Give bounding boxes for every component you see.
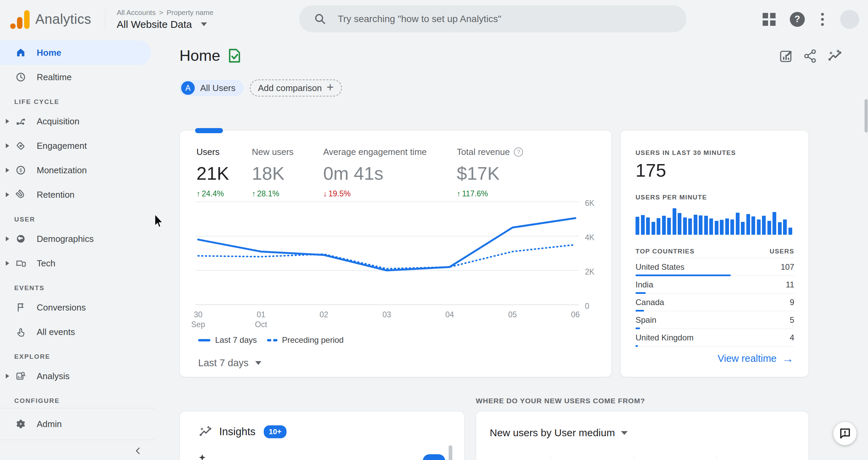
mouse-cursor [155, 214, 166, 230]
svg-text:03: 03 [382, 310, 391, 319]
country-users: 5 [790, 315, 794, 325]
expand-caret-icon[interactable] [0, 119, 15, 124]
sidebar-item-label: Monetization [37, 165, 87, 176]
sidebar-section-explore: EXPLORE [14, 353, 155, 360]
insights-card: Insights 10+ [179, 411, 465, 460]
sidebar-item-tech[interactable]: Tech [0, 251, 155, 276]
date-range-selector[interactable]: Last 7 days [198, 357, 261, 369]
metric-tab-new-users[interactable]: New users18K↑28.1% [252, 147, 294, 198]
arrow-down-icon: ↓ [323, 189, 327, 198]
sidebar-item-retention[interactable]: Retention [0, 182, 155, 207]
apps-grid-icon[interactable] [763, 13, 776, 26]
sidebar-item-demographics[interactable]: Demographics [0, 227, 155, 251]
sidebar-item-home[interactable]: Home [0, 40, 151, 65]
share-icon[interactable] [803, 48, 818, 64]
insights-icon[interactable] [827, 48, 843, 64]
help-icon[interactable]: ? [514, 147, 523, 157]
sidebar-item-all-events[interactable]: All events [0, 320, 155, 344]
page-scrollbar[interactable] [865, 99, 868, 132]
minute-bar [636, 217, 639, 235]
expand-caret-icon[interactable] [0, 192, 15, 197]
breadcrumb[interactable]: All Accounts > Property name [117, 8, 213, 17]
minute-bar [762, 216, 766, 235]
sidebar-item-label: Tech [37, 258, 55, 269]
minute-bar [736, 213, 740, 235]
add-comparison-label: Add comparison [258, 83, 322, 93]
breadcrumb-property[interactable]: Property name [167, 8, 213, 17]
all-users-chip[interactable]: A All Users [179, 80, 244, 96]
insights-header[interactable]: Insights 10+ [199, 425, 287, 439]
sidebar-item-monetization[interactable]: $Monetization [0, 158, 155, 182]
metric-delta: ↑28.1% [252, 189, 294, 198]
country-name: United Kingdom [636, 333, 694, 342]
expand-caret-icon[interactable] [0, 261, 15, 266]
new-users-dimension-selector[interactable]: New users by User medium [490, 427, 628, 439]
metric-tab-average-engagement-time[interactable]: Average engagement time0m 41s↓19.5% [323, 147, 427, 198]
add-comparison-button[interactable]: Add comparison + [250, 79, 342, 96]
expand-caret-icon[interactable] [0, 168, 15, 173]
country-row: Canada9 [636, 294, 794, 311]
users-per-minute-chart [636, 206, 794, 235]
help-icon[interactable]: ? [790, 12, 805, 27]
insights-title: Insights [219, 426, 256, 438]
expand-caret-icon[interactable] [0, 143, 15, 148]
account-avatar[interactable] [840, 10, 859, 29]
plus-icon: + [327, 81, 334, 93]
minute-bar [667, 218, 671, 235]
property-selector[interactable]: All Website Data [117, 19, 213, 30]
sidebar-item-label: Demographics [37, 234, 94, 244]
sidebar-item-label: Retention [37, 190, 74, 200]
sidebar-item-label: Engagement [37, 141, 87, 151]
arrow-right-icon: → [782, 352, 794, 365]
svg-text:Sep: Sep [191, 320, 205, 329]
svg-text:6K: 6K [585, 199, 595, 208]
acquisition-icon [15, 116, 27, 127]
app-name: Analytics [35, 12, 91, 27]
minute-bar [751, 216, 755, 235]
svg-text:02: 02 [319, 310, 328, 319]
retention-icon [15, 189, 27, 200]
sidebar-item-engagement[interactable]: Engagement [0, 134, 155, 158]
svg-text:2K: 2K [585, 267, 595, 276]
chart-gridline [634, 455, 634, 460]
sidebar-item-admin[interactable]: Admin [0, 412, 155, 436]
chevron-down-icon [255, 361, 261, 365]
sidebar-item-label: Admin [37, 419, 62, 429]
expand-caret-icon[interactable] [0, 236, 15, 241]
minute-bar [730, 219, 734, 235]
sidebar-section-events: EVENTS [14, 284, 155, 292]
view-realtime-link[interactable]: View realtime → [717, 352, 794, 365]
country-users: 11 [786, 280, 794, 289]
sidebar-item-analysis[interactable]: Analysis [0, 364, 155, 388]
users-header: USERS [770, 248, 794, 255]
minute-bar [757, 219, 761, 235]
clock-icon [15, 71, 27, 83]
sidebar-divider [0, 408, 155, 408]
insight-action-button[interactable] [423, 454, 445, 460]
realtime-card: USERS IN LAST 30 MINUTES 175 USERS PER M… [620, 130, 809, 377]
sidebar-item-label: All events [37, 327, 75, 337]
country-name: Spain [636, 315, 656, 325]
collapse-sidebar-icon[interactable] [133, 446, 155, 457]
minute-bar [709, 218, 713, 235]
sparkle-icon [197, 454, 207, 460]
arrow-up-icon: ↑ [196, 189, 201, 198]
sidebar-item-realtime[interactable]: Realtime [0, 65, 155, 89]
sidebar-item-conversions[interactable]: Conversions [0, 295, 155, 320]
metric-tab-users[interactable]: Users21K↑24.4% [196, 147, 229, 198]
sidebar-item-acquisition[interactable]: Acquisition [0, 109, 155, 134]
devices-icon [15, 258, 27, 269]
customize-report-icon[interactable] [778, 48, 794, 64]
analytics-logo[interactable]: Analytics [9, 8, 91, 30]
metric-tab-total-revenue[interactable]: Total revenue?$17K↑117.6% [457, 147, 523, 198]
topbar-divider [105, 9, 105, 30]
sidebar-item-label: Acquisition [37, 116, 80, 127]
more-options-icon[interactable] [819, 11, 826, 28]
country-bar [636, 345, 638, 347]
insights-scrollbar[interactable] [449, 445, 452, 460]
minute-bar [767, 221, 771, 235]
expand-caret-icon[interactable] [0, 374, 15, 378]
search-input[interactable]: Try searching "how to set up Analytics" [299, 5, 687, 32]
breadcrumb-accounts[interactable]: All Accounts [117, 8, 156, 17]
feedback-button[interactable] [833, 422, 856, 445]
